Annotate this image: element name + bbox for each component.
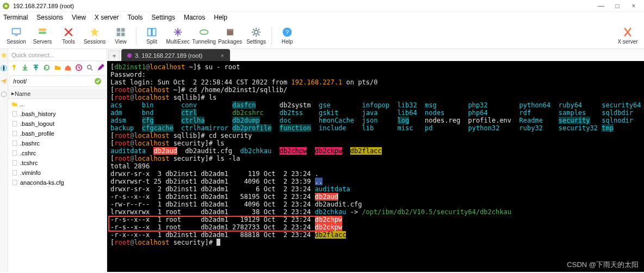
svg-rect-29 bbox=[13, 151, 17, 156]
svg-rect-27 bbox=[13, 131, 17, 136]
app-icon bbox=[2, 2, 10, 10]
svg-rect-32 bbox=[13, 180, 17, 185]
download-icon[interactable] bbox=[21, 64, 29, 71]
toolbar-view[interactable]: View bbox=[108, 23, 134, 48]
list-header[interactable]: ▸ Name bbox=[8, 88, 107, 99]
file-item[interactable]: .. bbox=[8, 99, 107, 109]
svg-point-1 bbox=[4, 4, 7, 7]
tab-strip: + 3. 192.168.227.189 (root) × bbox=[107, 49, 644, 61]
svg-rect-28 bbox=[13, 141, 17, 146]
split-icon bbox=[146, 27, 157, 38]
monitor-icon bbox=[11, 27, 22, 38]
clock-icon[interactable] bbox=[75, 64, 83, 71]
menu-bar: Terminal Sessions View X server Tools Se… bbox=[0, 12, 644, 23]
toolbar-settings[interactable]: Settings bbox=[243, 23, 269, 48]
menu-help[interactable]: Help bbox=[214, 14, 227, 21]
quick-connect[interactable]: Quick connect... bbox=[8, 49, 107, 61]
file-item[interactable]: .bashrc bbox=[8, 138, 107, 148]
svg-rect-31 bbox=[13, 171, 17, 175]
multiexec-icon bbox=[172, 27, 183, 38]
tab-label: 3. 192.168.227.189 (root) bbox=[135, 52, 202, 59]
file-item[interactable]: .bash_history bbox=[8, 109, 107, 119]
tab-close-button[interactable]: × bbox=[221, 52, 224, 59]
toolbar-servers[interactable]: Servers bbox=[29, 23, 55, 48]
search-icon[interactable] bbox=[86, 64, 94, 71]
menu-terminal[interactable]: Terminal bbox=[3, 14, 28, 21]
file-item[interactable]: .tcshrc bbox=[8, 158, 107, 168]
folder-icon[interactable] bbox=[54, 64, 61, 71]
plane-icon[interactable] bbox=[0, 77, 8, 85]
svg-rect-2 bbox=[13, 28, 21, 34]
file-item[interactable]: anaconda-ks.cfg bbox=[8, 178, 107, 187]
maximize-button[interactable]: □ bbox=[609, 1, 626, 11]
terminal-panel: + 3. 192.168.227.189 (root) × [db2inst1@… bbox=[107, 49, 644, 272]
window-title: 192.168.227.189 (root) bbox=[13, 3, 593, 9]
x-icon bbox=[622, 27, 633, 38]
upload-icon[interactable] bbox=[32, 64, 40, 71]
path-bar bbox=[9, 75, 106, 87]
folder-up-icon bbox=[11, 101, 18, 107]
menu-tools[interactable]: Tools bbox=[128, 14, 143, 21]
file-item[interactable]: .viminfo bbox=[8, 168, 107, 178]
tab-active[interactable]: 3. 192.168.227.189 (root) × bbox=[121, 49, 230, 61]
file-item[interactable]: .cshrc bbox=[8, 148, 107, 158]
svg-text:?: ? bbox=[286, 28, 289, 35]
file-icon bbox=[11, 150, 18, 156]
toolbar-tunneling[interactable]: Tunneling bbox=[191, 23, 217, 48]
circle-icon[interactable] bbox=[0, 90, 8, 98]
svg-rect-12 bbox=[152, 28, 156, 35]
svg-rect-7 bbox=[117, 28, 121, 32]
check-icon[interactable] bbox=[94, 77, 102, 85]
refresh-icon[interactable] bbox=[43, 64, 51, 71]
file-icon bbox=[11, 120, 18, 127]
grid-icon bbox=[115, 27, 126, 38]
left-strip bbox=[0, 49, 8, 272]
svg-rect-5 bbox=[39, 32, 46, 34]
svg-point-16 bbox=[255, 31, 258, 34]
packages-icon bbox=[225, 27, 236, 38]
sidebar-toolbar bbox=[8, 61, 107, 74]
svg-rect-8 bbox=[121, 28, 125, 32]
toolbar-session[interactable]: Session bbox=[3, 23, 29, 48]
toolbar-xserver[interactable]: X server bbox=[615, 23, 641, 48]
terminal[interactable]: [db2inst1@localhost ~]$ su - root Passwo… bbox=[107, 61, 644, 272]
toolbar-packages[interactable]: Packages bbox=[217, 23, 243, 48]
pin-icon[interactable] bbox=[10, 64, 18, 71]
star-icon[interactable] bbox=[0, 51, 8, 59]
path-input[interactable] bbox=[13, 78, 94, 84]
toolbar-sessions[interactable]: Sessions bbox=[82, 23, 108, 48]
toolbar-multiexec[interactable]: MultiExec bbox=[165, 23, 191, 48]
menu-sessions[interactable]: Sessions bbox=[36, 14, 63, 21]
tools-icon bbox=[63, 27, 74, 38]
gear-icon bbox=[251, 27, 262, 38]
toolbar-split[interactable]: Split bbox=[139, 23, 165, 48]
file-item[interactable]: .bash_profile bbox=[8, 129, 107, 138]
svg-rect-3 bbox=[15, 35, 18, 36]
file-item[interactable]: .bash_logout bbox=[8, 119, 107, 129]
file-icon bbox=[11, 160, 18, 166]
svg-point-21 bbox=[1, 92, 6, 96]
svg-rect-15 bbox=[227, 29, 233, 31]
svg-rect-11 bbox=[148, 28, 152, 35]
new-tab-button[interactable]: + bbox=[108, 50, 120, 61]
close-button[interactable]: × bbox=[626, 1, 642, 11]
globe-icon[interactable] bbox=[0, 64, 8, 72]
sidebar: Quick connect... ▸ Name ...bash_history.… bbox=[8, 49, 107, 272]
pen-icon[interactable] bbox=[97, 64, 104, 71]
menu-macros[interactable]: Macros bbox=[184, 14, 205, 21]
file-icon bbox=[11, 179, 18, 186]
toolbar-help[interactable]: ?Help bbox=[274, 23, 300, 48]
menu-view[interactable]: View bbox=[72, 14, 86, 21]
toolbar-separator bbox=[136, 27, 137, 45]
main-area: Quick connect... ▸ Name ...bash_history.… bbox=[0, 49, 644, 272]
file-icon bbox=[11, 111, 18, 117]
svg-marker-6 bbox=[90, 28, 100, 37]
home-icon[interactable] bbox=[64, 64, 72, 71]
toolbar-tools[interactable]: Tools bbox=[55, 23, 82, 48]
menu-settings[interactable]: Settings bbox=[152, 14, 175, 21]
minimize-button[interactable]: — bbox=[593, 1, 609, 11]
menu-xserver[interactable]: X server bbox=[95, 14, 119, 21]
svg-rect-25 bbox=[13, 112, 17, 117]
file-list: ...bash_history.bash_logout.bash_profile… bbox=[8, 99, 107, 272]
star-icon bbox=[89, 27, 100, 38]
